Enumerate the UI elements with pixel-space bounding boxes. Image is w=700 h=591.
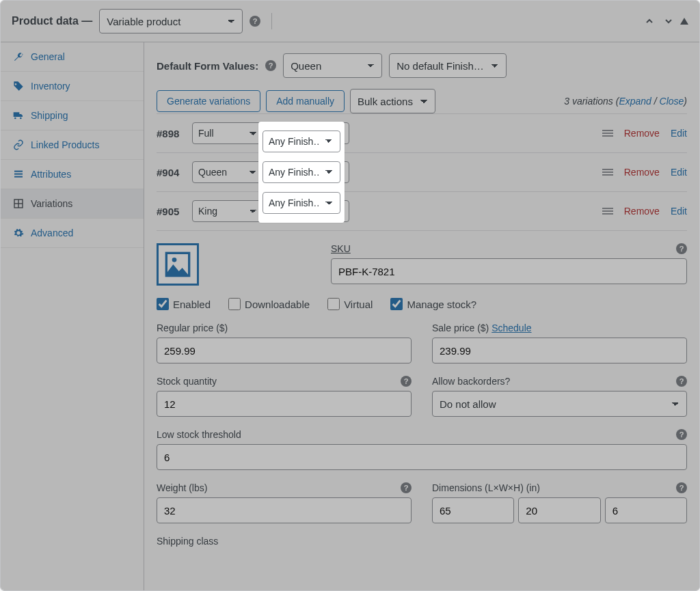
variation-id: #905	[157, 206, 187, 217]
shipping-class-label: Shipping class	[157, 536, 687, 547]
tab-label: Variations	[31, 198, 72, 209]
variation-row: #904 Queen Any Finish… Remove Edit	[157, 152, 687, 191]
tab-label: Attributes	[31, 169, 71, 180]
divider	[271, 13, 272, 29]
sale-price-label: Sale price ($) Schedule	[432, 322, 687, 333]
variation-detail: SKU? Enabled Downloadable Virtual Manage…	[157, 230, 687, 547]
help-icon[interactable]: ?	[676, 376, 687, 387]
manage-stock-checkbox[interactable]: Manage stock?	[390, 298, 476, 310]
grid-icon	[13, 198, 24, 209]
tag-icon	[13, 81, 24, 92]
variation-attr1-select[interactable]: Full	[192, 122, 265, 144]
help-icon[interactable]: ?	[676, 243, 687, 254]
low-stock-threshold-input[interactable]	[157, 444, 687, 470]
remove-link[interactable]: Remove	[624, 167, 660, 178]
tab-label: Linked Products	[31, 139, 99, 150]
stock-quantity-label: Stock quantity	[157, 376, 217, 387]
enabled-checkbox[interactable]: Enabled	[157, 298, 211, 310]
tab-advanced[interactable]: Advanced	[1, 219, 144, 248]
variation-attr2-select[interactable]: Any Finish…	[270, 122, 349, 144]
regular-price-input[interactable]	[157, 338, 412, 363]
variation-image-placeholder[interactable]	[157, 243, 199, 286]
dimension-width-input[interactable]	[518, 497, 600, 523]
variation-attr1-select[interactable]: King	[192, 200, 265, 222]
product-type-select[interactable]: Variable product	[99, 9, 243, 33]
virtual-checkbox[interactable]: Virtual	[327, 298, 373, 310]
default-attr1-select[interactable]: Queen	[283, 53, 382, 78]
image-icon	[164, 251, 191, 278]
svg-point-7	[172, 258, 177, 262]
downloadable-checkbox[interactable]: Downloadable	[228, 298, 310, 310]
chevron-down-icon[interactable]	[661, 14, 676, 29]
add-manually-button[interactable]: Add manually	[266, 90, 345, 112]
gear-icon	[13, 228, 24, 238]
bulk-actions-select[interactable]: Bulk actions	[350, 89, 435, 113]
panel-header: Product data — Variable product ?	[1, 1, 699, 42]
variation-attr2-select[interactable]: Any Finish…	[270, 161, 349, 183]
tab-general[interactable]: General	[1, 42, 144, 72]
panel-title: Product data —	[12, 15, 92, 27]
sku-input[interactable]	[331, 258, 687, 284]
tab-linked-products[interactable]: Linked Products	[1, 130, 144, 160]
schedule-link[interactable]: Schedule	[492, 322, 531, 333]
variation-attr2-select[interactable]: Any Finish…	[270, 200, 349, 222]
tab-shipping[interactable]: Shipping	[1, 101, 144, 130]
sale-price-input[interactable]	[432, 338, 687, 363]
tab-label: Advanced	[31, 228, 73, 238]
remove-link[interactable]: Remove	[624, 206, 660, 217]
reorder-handle-icon[interactable]	[602, 130, 613, 137]
edit-link[interactable]: Edit	[671, 128, 687, 139]
wrench-icon	[13, 51, 24, 62]
generate-variations-button[interactable]: Generate variations	[157, 90, 260, 112]
help-icon[interactable]: ?	[401, 376, 412, 387]
chevron-up-icon[interactable]	[642, 14, 657, 29]
help-icon[interactable]: ?	[265, 60, 276, 71]
variation-attr1-select[interactable]: Queen	[192, 161, 265, 183]
list-icon	[13, 169, 24, 180]
allow-backorders-label: Allow backorders?	[432, 376, 510, 387]
variation-row: #905 King Any Finish… Remove Edit	[157, 191, 687, 230]
collapse-panel-icon[interactable]	[680, 18, 688, 25]
variations-panel: Default Form Values: ? Queen No default …	[144, 42, 699, 591]
reorder-handle-icon[interactable]	[602, 208, 613, 215]
sku-label: SKU	[331, 243, 351, 254]
tab-label: General	[31, 51, 65, 62]
remove-link[interactable]: Remove	[624, 128, 660, 139]
tab-label: Inventory	[31, 81, 70, 92]
tab-variations[interactable]: Variations	[1, 189, 144, 219]
regular-price-label: Regular price ($)	[157, 322, 412, 333]
help-icon[interactable]: ?	[676, 482, 687, 493]
product-data-tabs: General Inventory Shipping Linked Produc…	[1, 42, 144, 591]
edit-link[interactable]: Edit	[671, 206, 687, 217]
expand-link[interactable]: Expand	[619, 96, 651, 107]
help-icon[interactable]: ?	[250, 16, 260, 27]
variation-row: #898 Full Any Finish… Remove Edit	[157, 113, 687, 152]
help-icon[interactable]: ?	[676, 429, 687, 440]
dimension-length-input[interactable]	[432, 497, 514, 523]
variation-id: #898	[157, 128, 187, 139]
allow-backorders-select[interactable]: Do not allow	[432, 391, 687, 417]
svg-rect-0	[14, 171, 23, 172]
close-link[interactable]: Close	[660, 96, 684, 107]
variation-id: #904	[157, 167, 187, 178]
tab-attributes[interactable]: Attributes	[1, 160, 144, 189]
variation-count-text: 3 variations (Expand / Close)	[564, 96, 687, 107]
svg-rect-1	[14, 174, 23, 175]
link-icon	[13, 139, 24, 150]
tab-inventory[interactable]: Inventory	[1, 72, 144, 101]
weight-label: Weight (lbs)	[157, 482, 207, 493]
edit-link[interactable]: Edit	[671, 167, 687, 178]
truck-icon	[13, 110, 24, 121]
dimension-height-input[interactable]	[605, 497, 687, 523]
help-icon[interactable]: ?	[401, 482, 412, 493]
default-form-values-label: Default Form Values:	[157, 60, 258, 72]
stock-quantity-input[interactable]	[157, 391, 412, 417]
low-stock-threshold-label: Low stock threshold	[157, 429, 241, 440]
dimensions-label: Dimensions (L×W×H) (in)	[432, 482, 540, 493]
tab-label: Shipping	[31, 110, 68, 121]
weight-input[interactable]	[157, 497, 412, 523]
reorder-handle-icon[interactable]	[602, 169, 613, 176]
default-attr2-select[interactable]: No default Finish…	[389, 53, 507, 78]
svg-rect-2	[14, 176, 23, 178]
